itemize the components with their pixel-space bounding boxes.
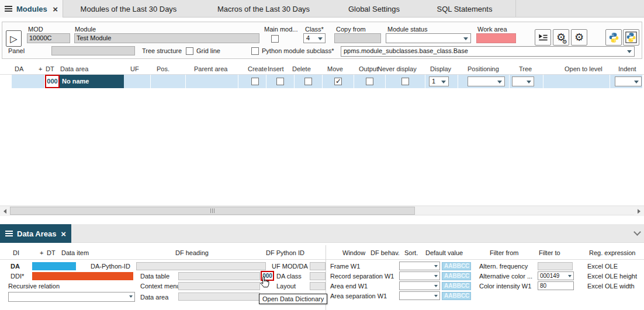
cell-open-to-level[interactable] (543, 75, 610, 88)
panel-close-icon[interactable]: × (61, 229, 66, 238)
hamburger-icon[interactable] (5, 6, 12, 12)
positioning-select[interactable] (468, 76, 505, 86)
mod-field[interactable]: 10000C (27, 33, 70, 43)
tab-global-settings[interactable]: Global Settings (334, 0, 414, 18)
planta-module-editor-window: Modules × Modules of the Last 30 Days Ma… (0, 0, 644, 310)
excel-ole-label: Excel OLE (587, 263, 618, 270)
indent-select[interactable] (615, 76, 642, 86)
copy-from-label: Copy from (336, 26, 366, 33)
scroll-left-button[interactable] (0, 206, 10, 216)
arrow-left-icon (4, 209, 6, 214)
col-display: Display (430, 65, 451, 72)
output-checkbox[interactable] (366, 78, 373, 85)
tab-label: Macros of the Last 30 Days (217, 5, 310, 13)
alternative-color-select[interactable]: 000149 (538, 271, 574, 280)
tooltip-open-data-dictionary: Open Data Dictionary (259, 294, 327, 304)
work-area-field[interactable] (476, 33, 516, 43)
insert-checkbox[interactable] (276, 78, 284, 85)
altern-frequency-field[interactable] (538, 262, 573, 270)
pcol-reg-expression: Reg. expression (589, 249, 636, 256)
class-select[interactable]: 4 (303, 33, 326, 43)
python-macro-button[interactable] (605, 29, 622, 46)
frame-w1-label: Frame W1 (330, 263, 360, 270)
tab-modules-last-30-days[interactable]: Modules of the Last 30 Days (64, 0, 193, 18)
chevron-down-icon[interactable] (633, 228, 641, 236)
cell-da[interactable] (12, 75, 45, 88)
hamburger-icon[interactable] (5, 231, 13, 236)
area-separation-color-field[interactable]: AABBCC (442, 292, 471, 300)
python-subclass-select[interactable]: ppms.module_subclasses.base_class.Base (341, 46, 635, 57)
cell-uf[interactable] (124, 75, 151, 88)
altern-frequency-label: Altern. frequency (479, 263, 528, 270)
main-mod-checkbox[interactable] (271, 35, 279, 43)
tab-sql-statements[interactable]: SQL Statements (414, 0, 515, 18)
panel-header-divider (0, 259, 644, 260)
col-create: Create (248, 65, 267, 72)
record-separation-color-field[interactable]: AABBCC (442, 272, 471, 280)
data-table-field[interactable] (178, 272, 260, 280)
panel-tab-data-areas[interactable]: Data Areas × (0, 224, 71, 243)
area-end-color-field[interactable]: AABBCC (442, 282, 471, 290)
horizontal-scrollbar[interactable] (0, 205, 644, 215)
python-subclass-label: Python module subclass* (262, 47, 334, 54)
context-menu-field[interactable] (178, 282, 260, 290)
python-subclass-checkbox[interactable] (251, 47, 259, 55)
cell-dt-value[interactable]: 000 (45, 75, 60, 88)
col-indent: Indent (618, 65, 636, 72)
pcol-df-python-id: DF Python ID (266, 249, 304, 256)
alternative-color-label: Alternative color ... (479, 273, 532, 280)
col-open-to-level: Open to level (565, 65, 603, 72)
record-separation-w1-select[interactable] (399, 271, 440, 280)
col-add-button[interactable]: + (39, 65, 42, 72)
run-module-button[interactable]: ▷ (6, 30, 22, 47)
close-icon[interactable]: × (53, 5, 58, 13)
recursive-relation-label: Recursive relation (8, 283, 60, 290)
data-area-grid-row[interactable]: 000 No name 1 (12, 75, 643, 88)
module-label: Module (75, 26, 96, 33)
frame-w1-color-field[interactable]: AABBCC (442, 262, 471, 270)
pcol-add-button[interactable]: + (40, 249, 43, 256)
class-value: 4 (306, 34, 310, 41)
tree-select[interactable] (512, 76, 534, 86)
cell-parent-area[interactable] (186, 75, 238, 88)
copy-from-field[interactable] (334, 33, 381, 43)
tab-modules[interactable]: Modules × (0, 0, 63, 18)
area-end-w1-select[interactable] (399, 281, 440, 290)
da-class-field[interactable] (310, 272, 326, 280)
color-intensity-field[interactable]: 80 (538, 281, 574, 290)
da-python-id-field[interactable] (136, 262, 266, 270)
data-area-field[interactable] (178, 292, 260, 301)
scroll-right-button[interactable] (634, 206, 644, 216)
list-run-icon (538, 32, 549, 43)
delete-checkbox[interactable] (304, 78, 312, 85)
panel-field[interactable] (51, 46, 135, 55)
display-select[interactable]: 1 (429, 76, 449, 86)
module-list-button[interactable] (535, 29, 551, 46)
uf-mod-da-field[interactable] (310, 262, 326, 270)
col-output: Output (359, 65, 378, 72)
settings-button[interactable]: ⚙ (571, 29, 587, 46)
module-name-field[interactable]: Test Module (74, 33, 259, 43)
excel-ole-width-label: Excel OLE width (587, 283, 635, 290)
grid-line-checkbox[interactable] (186, 47, 193, 55)
cell-pos[interactable] (151, 75, 186, 88)
ddi-field[interactable] (32, 272, 133, 280)
pcol-sort: Sort. (404, 249, 418, 256)
col-parent-area: Parent area (194, 65, 227, 72)
move-checkbox[interactable] (334, 78, 342, 85)
col-move: Move (327, 65, 343, 72)
module-status-select[interactable] (386, 33, 471, 43)
area-separation-w1-select[interactable] (399, 291, 440, 300)
frame-w1-select[interactable] (399, 262, 440, 270)
pcol-filter-from: Filter from (490, 249, 519, 256)
cell-data-area-name[interactable]: No name (60, 75, 124, 88)
recursive-relation-select[interactable] (8, 292, 135, 302)
never-display-checkbox[interactable] (401, 78, 409, 85)
da-field[interactable] (32, 262, 76, 270)
scrollbar-thumb[interactable] (10, 207, 415, 215)
customizer-button[interactable]: ⚙ ⚙ (553, 29, 569, 46)
layout-field[interactable] (310, 282, 326, 290)
tab-macros-last-30-days[interactable]: Macros of the Last 30 Days (193, 0, 334, 18)
python-subclass-button[interactable] (623, 29, 639, 46)
create-checkbox[interactable] (251, 78, 259, 85)
